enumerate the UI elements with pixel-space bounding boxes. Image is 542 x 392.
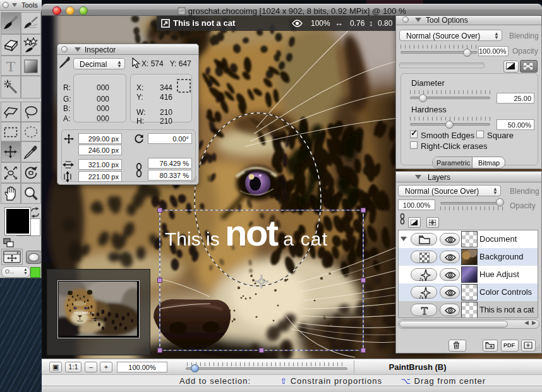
svg-text:T: T <box>421 305 428 316</box>
svg-text:T: T <box>6 58 16 74</box>
svg-text:This is not a cat: This is not a cat <box>74 311 95 314</box>
